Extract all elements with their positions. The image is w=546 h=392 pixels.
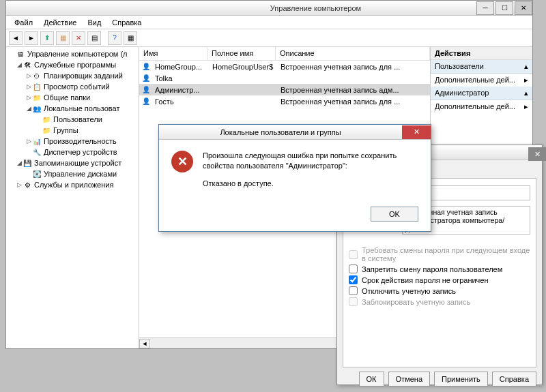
checkbox-label: Заблокировать учетную запись	[362, 298, 470, 306]
tree-label: Группы	[53, 126, 78, 134]
chevron-right-icon: ▸	[524, 102, 528, 111]
user-icon: 👤	[141, 85, 151, 95]
checkbox-label: Срок действия пароля не ограничен	[362, 276, 489, 284]
collapse-icon: ▴	[524, 89, 528, 97]
users-icon: 👥	[32, 104, 42, 113]
checkbox-input[interactable]	[349, 275, 358, 284]
actions-more-link[interactable]: Дополнительные дей...▸	[431, 74, 532, 87]
checkbox-disabled[interactable]: Отключить учетную запись	[349, 286, 530, 295]
perf-icon: 📊	[32, 136, 42, 146]
menu-action[interactable]: Действие	[38, 17, 82, 28]
checkbox-must-change: Требовать смены пароля при следующем вхо…	[349, 246, 530, 262]
actions-group-label: Пользователи	[435, 62, 484, 71]
cell-name: Гость	[151, 97, 208, 106]
tree-task-scheduler[interactable]: ▷⏲Планировщик заданий	[6, 70, 139, 81]
disk-icon: 💽	[32, 169, 42, 179]
col-description[interactable]: Описание	[276, 47, 430, 60]
refresh-icon[interactable]: ▦	[124, 31, 137, 45]
device-icon: 🔧	[32, 147, 42, 157]
minimize-button[interactable]: ─	[476, 1, 494, 15]
forward-icon[interactable]: ►	[25, 31, 38, 45]
list-row[interactable]: 👤ГостьВстроенная учетная запись для ...	[139, 95, 430, 107]
help-icon[interactable]: ?	[108, 31, 121, 45]
cell-desc	[276, 78, 430, 79]
checkbox-label: Требовать смены пароля при следующем вхо…	[362, 246, 530, 262]
list-row[interactable]: 👤HomeGroup...HomeGroupUser$Встроенная уч…	[139, 61, 430, 72]
tree-disk-management[interactable]: 💽Управление дисками	[6, 168, 139, 179]
tree-shared-folders[interactable]: ▷📁Общие папки	[6, 92, 139, 103]
tree-device-manager[interactable]: 🔧Диспетчер устройств	[6, 147, 139, 157]
col-name[interactable]: Имя	[139, 47, 207, 60]
scroll-left-icon[interactable]: ◄	[139, 339, 150, 348]
error-text-1: Произошла следующая ошибка при попытке с…	[203, 151, 418, 172]
tree-label: Служебные программы	[34, 61, 116, 69]
cell-full: HomeGroupUser$	[208, 62, 276, 72]
ok-button[interactable]: OK	[371, 207, 418, 222]
col-fullname[interactable]: Полное имя	[207, 47, 276, 60]
tree-label: Диспетчер устройств	[44, 148, 117, 156]
close-button[interactable]: ✕	[402, 125, 431, 139]
folder-icon[interactable]: ▦	[56, 31, 70, 45]
tree-groups[interactable]: 📁Группы	[6, 125, 139, 136]
checkbox-label: Отключить учетную запись	[362, 287, 456, 295]
cell-desc: Встроенная учетная запись для ...	[276, 62, 430, 72]
error-title: Локальные пользователи и группы	[159, 128, 402, 136]
tree-event-viewer[interactable]: ▷📋Просмотр событий	[6, 81, 139, 92]
tree-performance[interactable]: ▷📊Производительность	[6, 136, 139, 147]
cell-name: Администр...	[151, 85, 208, 95]
titlebar: Управление компьютером ─ ☐ ✕	[6, 1, 532, 16]
toolbar: ◄ ► ⬆ ▦ ✕ ▤ ? ▦	[6, 29, 532, 47]
actions-more-link[interactable]: Дополнительные дей...▸	[431, 100, 532, 113]
tree-system-tools[interactable]: ◢🛠Служебные программы	[6, 59, 139, 70]
folder-icon: 📁	[42, 115, 51, 124]
maximize-button[interactable]: ☐	[495, 1, 513, 15]
tree-users[interactable]: 📁Пользователи	[6, 114, 139, 125]
window-title: Управление компьютером	[156, 4, 475, 12]
checkbox-input[interactable]	[349, 286, 358, 295]
delete-icon[interactable]: ✕	[72, 31, 85, 45]
actions-group-admin[interactable]: Администратор▴	[431, 87, 532, 100]
checkbox-input	[349, 250, 358, 259]
error-icon: ✕	[171, 151, 193, 172]
back-icon[interactable]: ◄	[9, 31, 23, 45]
apply-button[interactable]: Применить	[434, 372, 488, 387]
close-button[interactable]: ✕	[515, 1, 532, 15]
checkbox-cannot-change[interactable]: Запретить смену пароля пользователем	[349, 265, 530, 273]
tree-storage[interactable]: ◢💾Запоминающие устройст	[6, 157, 139, 168]
checkbox-never-expires[interactable]: Срок действия пароля не ограничен	[349, 275, 530, 284]
storage-icon: 💾	[23, 158, 32, 168]
tree-label: Пользователи	[53, 115, 102, 123]
tree-root-label: Управление компьютером (л	[27, 50, 128, 58]
tree-root[interactable]: 🖥Управление компьютером (л	[6, 48, 139, 59]
up-icon[interactable]: ⬆	[40, 31, 54, 45]
list-row[interactable]: 👤Tolka	[139, 72, 430, 84]
tree-label: Запоминающие устройст	[34, 159, 121, 167]
tree-label: Службы и приложения	[34, 181, 113, 189]
properties-icon[interactable]: ▤	[87, 31, 101, 45]
menubar: Файл Действие Вид Справка	[6, 16, 532, 29]
external-close-button[interactable]: ✕	[528, 147, 546, 161]
cancel-button[interactable]: Отмена	[388, 372, 430, 387]
checkbox-input	[349, 297, 358, 306]
tools-icon: 🛠	[23, 60, 32, 70]
services-icon: ⚙	[23, 180, 32, 190]
tree-services-apps[interactable]: ▷⚙Службы и приложения	[6, 179, 139, 190]
menu-file[interactable]: Файл	[9, 17, 38, 28]
menu-view[interactable]: Вид	[82, 17, 106, 28]
cell-name: Tolka	[151, 74, 208, 83]
actions-link-label: Дополнительные дей...	[435, 76, 515, 85]
actions-group-users[interactable]: Пользователи▴	[431, 60, 532, 74]
list-row-selected[interactable]: 👤Администр...Встроенная учетная запись а…	[139, 84, 430, 95]
help-button[interactable]: Справка	[492, 372, 536, 387]
collapse-icon: ▴	[524, 62, 528, 71]
clock-icon: ⏲	[32, 71, 42, 80]
checkbox-input[interactable]	[349, 265, 358, 273]
menu-help[interactable]: Справка	[106, 17, 147, 28]
list-header: Имя Полное имя Описание	[139, 47, 430, 61]
tree-label: Общие папки	[44, 93, 90, 102]
cell-full	[208, 101, 276, 102]
ok-button[interactable]: ОК	[359, 372, 384, 387]
cell-desc: Встроенная учетная запись для ...	[276, 97, 430, 106]
tree-local-users[interactable]: ◢👥Локальные пользоват	[6, 103, 139, 114]
tree-label: Просмотр событий	[44, 82, 110, 91]
